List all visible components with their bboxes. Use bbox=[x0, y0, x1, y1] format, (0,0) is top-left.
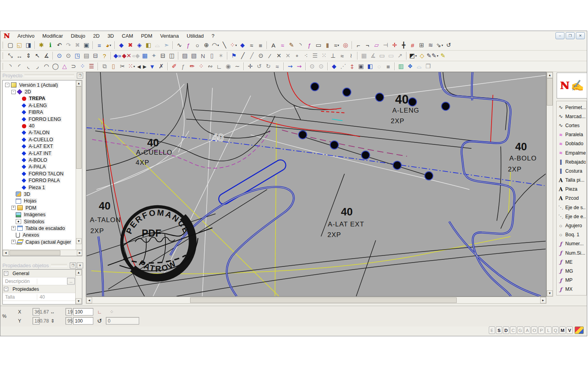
arc-se-button[interactable]: ◞ bbox=[33, 62, 42, 71]
tree-item-a-lat-ext[interactable]: A-LAT EXT bbox=[4, 143, 82, 150]
properties-vscrollbar[interactable]: ▲ ▼ bbox=[75, 270, 82, 304]
project-tree-vscrollbar[interactable]: ▲ ▼ bbox=[76, 80, 82, 250]
paste-button[interactable]: ▯ bbox=[109, 62, 118, 71]
project-tree-hscrollbar[interactable]: ◄ ► bbox=[3, 250, 82, 256]
zoom-in-2-button[interactable]: ⊙ bbox=[308, 62, 317, 71]
property-row-descripci-n[interactable]: Descripción... bbox=[3, 277, 82, 285]
menu-pdm[interactable]: PDM bbox=[137, 32, 156, 40]
wave-x-button[interactable]: ≈ bbox=[273, 62, 282, 71]
y-coordinate-field[interactable]: 180.78 bbox=[33, 317, 40, 325]
arc-dropdown-icon[interactable]: ▾ bbox=[218, 44, 219, 47]
tool-eje-de-e[interactable]: ⋱Eje de e... bbox=[558, 212, 586, 221]
color-rows-button[interactable]: ☰ bbox=[87, 62, 96, 71]
scroll-left-icon[interactable]: ◄ bbox=[3, 250, 9, 256]
dynamite-button[interactable]: ✏ bbox=[188, 62, 197, 71]
center-piece-button[interactable]: ◈ bbox=[135, 41, 144, 49]
tool-doblado[interactable]: ≈Doblado bbox=[558, 139, 586, 148]
rotate-button[interactable]: ↺ bbox=[444, 41, 453, 49]
tree-item-s-mbolos[interactable]: ♠Símbolos bbox=[4, 218, 82, 225]
collapse-button[interactable]: ▼ bbox=[148, 62, 157, 71]
point-line-2-button[interactable]: ╱ bbox=[247, 51, 256, 60]
copy-button[interactable]: ⧉ bbox=[100, 62, 109, 71]
fold-yellow-button[interactable]: ◇ bbox=[417, 51, 426, 60]
group-collapse-icon[interactable]: − bbox=[4, 287, 8, 291]
rect-node-button[interactable]: ▭ bbox=[377, 51, 387, 60]
gray-grid-button[interactable]: ▦ bbox=[359, 51, 368, 60]
function-button[interactable]: ƒ bbox=[305, 41, 314, 49]
move-cross-button[interactable]: ╋ bbox=[399, 41, 408, 49]
split-horizontal-button[interactable]: ⊟ bbox=[158, 51, 167, 60]
pin-button[interactable]: ⚑ bbox=[229, 51, 238, 60]
split-vertical-button[interactable]: ◫ bbox=[167, 51, 176, 60]
menu-3d[interactable]: 3D bbox=[103, 32, 118, 40]
height-field[interactable]: 95.57 bbox=[65, 317, 72, 325]
scale-x-input[interactable]: 100 bbox=[73, 308, 93, 315]
zoom-page-button[interactable]: ◳ bbox=[73, 51, 82, 60]
menu-dibujo[interactable]: Dibujo bbox=[67, 32, 89, 40]
save-file-button[interactable]: ◨ bbox=[24, 41, 33, 49]
property-row-talla[interactable]: Talla40 bbox=[3, 293, 82, 301]
rectangle-button[interactable]: ▭ bbox=[314, 41, 323, 49]
tree-expander-icon[interactable]: + bbox=[11, 226, 16, 230]
help-button[interactable]: ? bbox=[100, 51, 109, 60]
delete-piece-button[interactable]: ✖ bbox=[126, 41, 135, 49]
scroll-up-icon[interactable]: ▲ bbox=[547, 72, 553, 78]
properties-panel-close-button[interactable]: ✕ bbox=[77, 263, 83, 268]
tree-item-a-bolo[interactable]: A-BOLO bbox=[4, 157, 82, 163]
close-button[interactable]: ✕ bbox=[576, 32, 585, 39]
tree-item-a-pala[interactable]: A-PALA bbox=[4, 164, 82, 170]
wave-open-button[interactable]: ∾ bbox=[206, 62, 215, 71]
circle-button[interactable]: ○ bbox=[193, 41, 202, 49]
layer-color-icon[interactable] bbox=[575, 326, 584, 334]
red-cross-button[interactable]: ✛ bbox=[390, 41, 399, 49]
arc-sw-button[interactable]: ◟ bbox=[24, 62, 33, 71]
prism-button[interactable]: △ bbox=[60, 62, 69, 71]
angle-measure-button[interactable]: ∡ bbox=[368, 51, 377, 60]
star-disabled-button[interactable]: ✶ bbox=[216, 51, 225, 60]
diamond-arrows-button[interactable]: ◆ bbox=[330, 62, 339, 71]
point-net-icon[interactable]: ⁘ bbox=[106, 309, 118, 315]
wave-menu-button[interactable]: ≈▾ bbox=[332, 41, 341, 49]
flag-m[interactable]: M bbox=[559, 326, 566, 334]
scroll-up-icon[interactable]: ▲ bbox=[76, 270, 82, 275]
hatch-box-button[interactable]: ▧ bbox=[189, 51, 198, 60]
trim-corner-button[interactable]: ⌐ bbox=[354, 41, 363, 49]
minimize-button[interactable]: – bbox=[555, 32, 564, 39]
menu-archivo[interactable]: Archivo bbox=[14, 32, 38, 40]
skew-box-button[interactable]: ▨ bbox=[180, 51, 189, 60]
tree-item-im-genes[interactable]: Imágenes bbox=[4, 211, 82, 218]
pencil-red-button[interactable]: ✐ bbox=[170, 62, 179, 71]
resize-diagonal-button[interactable]: ⤡ bbox=[6, 51, 15, 60]
next-piece-button[interactable]: ◆» bbox=[113, 51, 122, 60]
cross-button[interactable]: ✕ bbox=[274, 51, 283, 60]
corner-snap-icon[interactable]: ∟ bbox=[94, 309, 105, 315]
tool-pzcod[interactable]: APzcod bbox=[558, 194, 586, 203]
rotate-icon[interactable]: ↺ bbox=[94, 317, 105, 325]
angle-arrow-button[interactable]: ↖ bbox=[33, 51, 42, 60]
color-palette-button[interactable]: ◕▾ bbox=[104, 41, 113, 49]
tree-item-capas-actual-agujer[interactable]: +Capas (actual Agujer bbox=[4, 239, 82, 245]
waves-button[interactable]: ≋ bbox=[426, 41, 435, 49]
tree-item-3d[interactable]: 3D bbox=[4, 191, 82, 197]
tree-item-a-talon[interactable]: A-TALON bbox=[4, 129, 82, 136]
pen-yellow-button[interactable]: ✎ bbox=[438, 51, 447, 60]
tree-expander-icon[interactable]: + bbox=[11, 240, 16, 244]
menu-2d[interactable]: 2D bbox=[89, 32, 104, 40]
color-cube-button[interactable]: ❖ bbox=[406, 62, 415, 71]
dock-box-button[interactable]: ⊞ bbox=[417, 41, 426, 49]
tool-empalme[interactable]: ≈Empalme bbox=[558, 148, 586, 157]
zoom-previous-button[interactable]: ⊙ bbox=[55, 51, 64, 60]
tool-rebajado[interactable]: ∥Rebajado bbox=[558, 157, 586, 166]
tree-item-2d[interactable]: -2D bbox=[4, 88, 82, 95]
loop-small-button[interactable]: ≀ bbox=[347, 51, 356, 60]
function-pair-button[interactable]: ƒ bbox=[179, 62, 188, 71]
small-arc-button[interactable]: ◝ bbox=[296, 41, 305, 49]
pin-line-button[interactable]: ✛ bbox=[246, 62, 255, 71]
canvas-vscrollbar[interactable]: ▲ ▼ bbox=[546, 72, 553, 297]
grid-fill-button[interactable]: ■ bbox=[256, 41, 265, 49]
view-piece-button[interactable]: ➣ bbox=[162, 41, 171, 49]
arc-button[interactable]: ◠▾ bbox=[211, 41, 220, 49]
scroll-down-icon[interactable]: ▼ bbox=[547, 290, 553, 296]
check-box-button[interactable]: ◧ bbox=[366, 62, 375, 71]
tree-expander-icon[interactable]: - bbox=[5, 83, 9, 87]
